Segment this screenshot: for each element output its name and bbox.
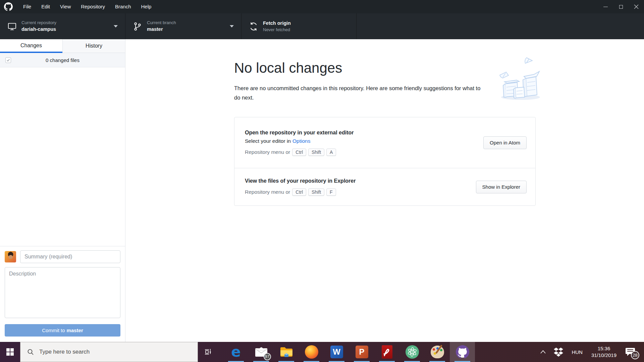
suggestion-title: View the files of your repository in Exp… [245, 178, 356, 184]
system-tray: HUN 15:36 31/10/2019 28 [536, 342, 644, 362]
current-branch-dropdown[interactable]: Current branch master [125, 13, 241, 39]
close-button[interactable] [629, 0, 644, 13]
taskbar-app-powerpoint[interactable]: P [349, 342, 374, 362]
tray-expand-button[interactable] [536, 349, 550, 355]
commit-panel: Commit to master [0, 246, 125, 342]
paint-palette-icon [431, 346, 444, 358]
file-explorer-icon [280, 346, 293, 358]
mail-badge: 97 [264, 353, 271, 360]
atom-icon [406, 345, 419, 359]
tab-changes[interactable]: Changes [0, 39, 62, 53]
fetch-origin-button[interactable]: Fetch origin Never fetched [241, 13, 357, 39]
windows-logo-icon [6, 348, 14, 356]
search-input[interactable] [39, 348, 174, 356]
minimize-button[interactable] [598, 0, 613, 13]
monitor-icon [7, 22, 17, 31]
github-desktop-window: File Edit View Repository Branch Help Cu… [0, 0, 644, 362]
changes-sidebar: Changes History 0 changed files Commit t… [0, 39, 125, 342]
taskbar-app-atom[interactable] [399, 342, 425, 362]
github-logo-icon [4, 2, 13, 11]
minimize-icon [603, 7, 608, 7]
dropbox-icon [553, 347, 564, 357]
show-in-explorer-button[interactable]: Show in Explorer [476, 181, 527, 193]
current-repository-dropdown[interactable]: Current repository dariah-campus [0, 13, 125, 39]
search-icon [27, 349, 34, 355]
chevron-down-icon [230, 25, 234, 27]
fetch-origin-label: Fetch origin [263, 20, 291, 27]
action-center-button[interactable]: 28 [621, 342, 644, 362]
clock[interactable]: 15:36 31/10/2019 [587, 345, 621, 359]
empty-state-illustration [494, 54, 545, 103]
github-desktop-icon [456, 345, 469, 359]
sidebar-tabs: Changes History [0, 39, 125, 53]
windows-taskbar: e 97 [0, 342, 644, 362]
taskbar-search[interactable] [20, 342, 198, 362]
select-editor-text: Select your editor in [245, 138, 291, 144]
menu-help[interactable]: Help [136, 0, 157, 13]
chevron-up-icon [539, 349, 547, 355]
key-shift: Shift [308, 148, 324, 156]
summary-input[interactable] [20, 250, 120, 263]
taskbar-app-edge[interactable]: e [223, 342, 249, 362]
key-ctrl: Ctrl [292, 188, 306, 196]
commit-button[interactable]: Commit to master [5, 324, 120, 337]
chevron-down-icon [114, 25, 118, 27]
key-a: A [326, 148, 336, 156]
current-branch-label: Current branch [147, 20, 176, 26]
select-all-checkbox[interactable] [5, 57, 11, 63]
powerpoint-icon: P [356, 346, 368, 358]
suggestion-show-explorer: View the files of your repository in Exp… [234, 168, 535, 205]
changed-files-count: 0 changed files [0, 57, 125, 63]
menu-file[interactable]: File [18, 0, 36, 13]
task-view-icon [204, 348, 213, 356]
clock-time: 15:36 [591, 345, 616, 352]
changed-files-row: 0 changed files [0, 53, 125, 67]
taskbar-app-firefox[interactable] [299, 342, 324, 362]
acrobat-icon [382, 345, 392, 359]
options-link[interactable]: Options [292, 138, 310, 144]
restore-icon [619, 5, 623, 9]
current-repository-label: Current repository [21, 20, 56, 26]
menu-branch[interactable]: Branch [110, 0, 136, 13]
window-controls [598, 0, 644, 13]
current-branch-value: master [147, 26, 176, 33]
task-view-button[interactable] [198, 342, 219, 362]
suggestion-open-editor: Open the repository in your external edi… [234, 117, 535, 168]
open-in-atom-button[interactable]: Open in Atom [483, 136, 527, 149]
menu-view[interactable]: View [55, 0, 76, 13]
taskbar-app-file-explorer[interactable] [274, 342, 299, 362]
repository-toolbar: Current repository dariah-campus Current… [0, 13, 644, 39]
sync-icon [249, 22, 258, 31]
shortcut-prefix: Repository menu or [245, 149, 290, 155]
key-shift: Shift [308, 188, 324, 196]
shortcut-prefix: Repository menu or [245, 189, 290, 195]
clock-date: 31/10/2019 [591, 352, 616, 359]
commit-button-prefix: Commit to [42, 327, 65, 333]
page-title: No local changes [234, 60, 342, 76]
tab-history[interactable]: History [62, 39, 125, 53]
dropbox-tray-icon-button[interactable] [550, 347, 567, 357]
taskbar-app-mail[interactable]: 97 [249, 342, 274, 362]
page-subtitle: There are no uncommitted changes in this… [234, 83, 487, 102]
menu-edit[interactable]: Edit [36, 0, 55, 13]
current-repository-value: dariah-campus [21, 26, 56, 33]
key-f: F [326, 188, 336, 196]
suggestions-card: Open the repository in your external edi… [234, 117, 536, 206]
toolbar-spacer [357, 13, 644, 39]
description-input[interactable] [5, 267, 120, 318]
start-button[interactable] [0, 342, 20, 362]
taskbar-app-github-desktop[interactable] [450, 342, 475, 362]
commit-button-branch: master [67, 327, 83, 333]
main-content: No local changes There are no uncommitte… [125, 39, 644, 342]
language-indicator[interactable]: HUN [567, 349, 587, 355]
restore-button[interactable] [613, 0, 629, 13]
close-icon [634, 4, 639, 9]
taskbar-app-paint[interactable] [425, 342, 450, 362]
notification-badge: 28 [631, 351, 639, 359]
check-icon [6, 58, 10, 62]
taskbar-app-word[interactable]: W [324, 342, 349, 362]
menu-bar: File Edit View Repository Branch Help [0, 0, 644, 13]
menu-repository[interactable]: Repository [76, 0, 110, 13]
taskbar-app-acrobat[interactable] [374, 342, 399, 362]
fetch-origin-status: Never fetched [263, 27, 291, 33]
